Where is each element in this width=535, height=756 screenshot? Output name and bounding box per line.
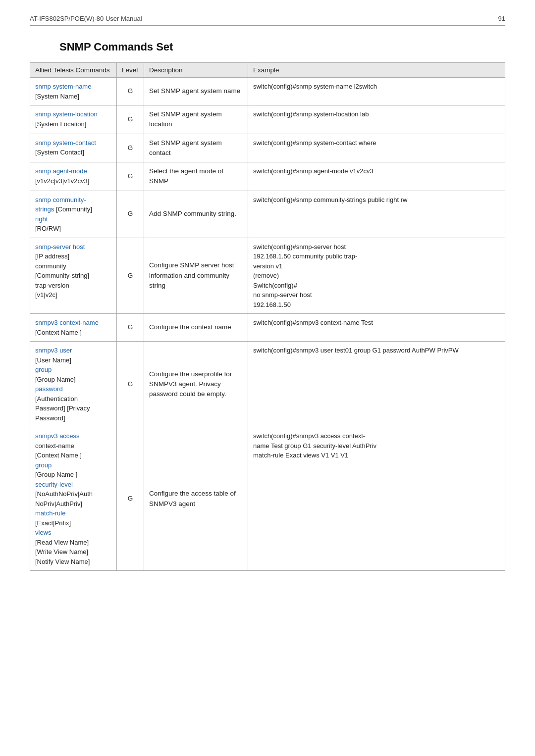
- table-row: snmpv3 accesscontext-name[Context Name ]…: [30, 427, 505, 571]
- col-header-example: Example: [248, 63, 505, 78]
- example-cell: switch(config)#snmp agent-mode v1v2cv3: [248, 162, 505, 191]
- table-row: snmp-server host[IP address]community[Co…: [30, 238, 505, 314]
- description-cell: Set SNMP agent system name: [144, 78, 248, 105]
- table-row: snmp system-location[System Location]GSe…: [30, 105, 505, 134]
- header-left: AT-IFS802SP/POE(W)-80 User Manual: [30, 15, 142, 22]
- level-cell: G: [117, 342, 144, 427]
- level-cell: G: [117, 427, 144, 571]
- command-cell: snmp agent-mode[v1v2c|v3|v1v2cv3]: [30, 162, 117, 191]
- level-cell: G: [117, 162, 144, 191]
- table-header-row: Allied Telesis Commands Level Descriptio…: [30, 63, 505, 78]
- example-cell: switch(config)#snmp system-name l2switch: [248, 78, 505, 105]
- command-cell: snmp community-strings [Community]right[…: [30, 191, 117, 238]
- col-header-description: Description: [144, 63, 248, 78]
- section-title: SNMP Commands Set: [59, 41, 505, 53]
- section-title-container: SNMP Commands Set: [30, 41, 505, 53]
- table-row: snmp agent-mode[v1v2c|v3|v1v2cv3]GSelect…: [30, 162, 505, 191]
- description-cell: Add SNMP community string.: [144, 191, 248, 238]
- header-bar: AT-IFS802SP/POE(W)-80 User Manual 91: [30, 15, 505, 26]
- command-cell: snmpv3 context-name[Context Name ]: [30, 314, 117, 342]
- description-cell: Configure the userprofile for SNMPV3 age…: [144, 342, 248, 427]
- level-cell: G: [117, 238, 144, 314]
- command-cell: snmp system-location[System Location]: [30, 105, 117, 134]
- example-cell: switch(config)#snmp system-contact where: [248, 134, 505, 162]
- table-row: snmpv3 context-name[Context Name ]GConfi…: [30, 314, 505, 342]
- col-header-commands: Allied Telesis Commands: [30, 63, 117, 78]
- snmp-commands-table: Allied Telesis Commands Level Descriptio…: [30, 62, 505, 571]
- description-cell: Configure the context name: [144, 314, 248, 342]
- example-cell: switch(config)#snmpv3 context-name Test: [248, 314, 505, 342]
- level-cell: G: [117, 78, 144, 105]
- table-row: snmp system-name[System Name]GSet SNMP a…: [30, 78, 505, 105]
- level-cell: G: [117, 191, 144, 238]
- table-row: snmpv3 user[User Name]group[Group Name]p…: [30, 342, 505, 427]
- example-cell: switch(config)#snmpv3 access context-nam…: [248, 427, 505, 571]
- description-cell: Configure SNMP server host information a…: [144, 238, 248, 314]
- example-cell: switch(config)#snmpv3 user test01 group …: [248, 342, 505, 427]
- header-right: 91: [498, 15, 505, 22]
- description-cell: Select the agent mode of SNMP: [144, 162, 248, 191]
- command-cell: snmp system-contact[System Contact]: [30, 134, 117, 162]
- level-cell: G: [117, 134, 144, 162]
- example-cell: switch(config)#snmp community-strings pu…: [248, 191, 505, 238]
- table-row: snmp community-strings [Community]right[…: [30, 191, 505, 238]
- snmp-table-wrapper: Allied Telesis Commands Level Descriptio…: [30, 62, 505, 571]
- col-header-level: Level: [117, 63, 144, 78]
- description-cell: Configure the access table of SNMPV3 age…: [144, 427, 248, 571]
- description-cell: Set SNMP agent system contact: [144, 134, 248, 162]
- example-cell: switch(config)#snmp system-location lab: [248, 105, 505, 134]
- description-cell: Set SNMP agent system location: [144, 105, 248, 134]
- level-cell: G: [117, 105, 144, 134]
- command-cell: snmp-server host[IP address]community[Co…: [30, 238, 117, 314]
- table-row: snmp system-contact[System Contact]GSet …: [30, 134, 505, 162]
- command-cell: snmpv3 accesscontext-name[Context Name ]…: [30, 427, 117, 571]
- command-cell: snmp system-name[System Name]: [30, 78, 117, 105]
- example-cell: switch(config)#snmp-server host192.168.1…: [248, 238, 505, 314]
- command-cell: snmpv3 user[User Name]group[Group Name]p…: [30, 342, 117, 427]
- level-cell: G: [117, 314, 144, 342]
